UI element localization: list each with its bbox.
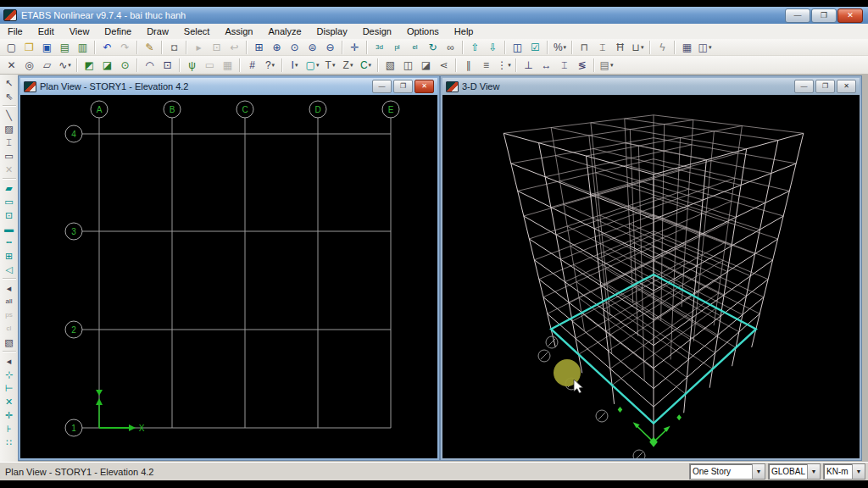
delete-button[interactable]: ✕ bbox=[3, 57, 20, 73]
measure-length-button[interactable]: ↔ bbox=[537, 57, 555, 73]
close-button[interactable]: ✕ bbox=[837, 8, 863, 23]
units-dropdown[interactable]: KN-m▼ bbox=[823, 463, 865, 480]
draw-rect-area-button[interactable]: ▭ bbox=[2, 195, 17, 208]
menu-item-assign[interactable]: Assign bbox=[217, 25, 260, 38]
draw-dimension-button[interactable]: # bbox=[243, 57, 261, 73]
prev-selection-button[interactable]: ◂ bbox=[2, 281, 17, 295]
joint-options-button[interactable]: ⋮▾ bbox=[495, 57, 513, 73]
view-elevation-button[interactable]: el bbox=[406, 39, 424, 55]
frame-insertion-button[interactable]: Ħ bbox=[611, 39, 629, 55]
pause-button[interactable]: ∥ bbox=[459, 57, 477, 73]
assign-display-b-button[interactable]: ◫▾ bbox=[696, 39, 714, 55]
object-info-button[interactable]: ?▾ bbox=[261, 57, 279, 73]
measure-elev-button[interactable]: ⊥ bbox=[520, 57, 537, 73]
draw-grid-button[interactable]: ◩ bbox=[81, 57, 98, 73]
material-button[interactable]: T▾ bbox=[321, 57, 339, 73]
run-step-button[interactable]: ⊡ bbox=[208, 39, 225, 55]
menu-item-select[interactable]: Select bbox=[176, 25, 218, 38]
minimize-button[interactable]: — bbox=[785, 8, 810, 23]
lines-button[interactable]: ≡ bbox=[477, 57, 495, 73]
draw-poly-button[interactable]: ◁ bbox=[2, 263, 17, 276]
coord-system-dropdown[interactable]: GLOBAL▼ bbox=[768, 463, 821, 480]
view3d-minimize-button[interactable]: — bbox=[794, 80, 814, 93]
snap-small-button[interactable]: ◂ bbox=[2, 354, 17, 368]
show-loads-button[interactable]: ϟ bbox=[654, 39, 671, 55]
select-all-button[interactable]: all bbox=[2, 295, 17, 308]
zoom-out-step-button[interactable]: ⊖ bbox=[321, 39, 339, 55]
select-ps-button[interactable]: ps bbox=[2, 308, 17, 322]
menu-item-view[interactable]: View bbox=[62, 25, 97, 38]
frame-more-button[interactable]: ⊔▾ bbox=[629, 39, 647, 55]
menu-item-options[interactable]: Options bbox=[399, 25, 447, 38]
draw-point-area-button[interactable]: ⊡ bbox=[2, 208, 17, 222]
menu-item-analyze[interactable]: Analyze bbox=[260, 25, 309, 38]
edit-model-button[interactable]: ✎ bbox=[141, 39, 159, 55]
menu-item-draw[interactable]: Draw bbox=[139, 25, 176, 38]
object-shrink-toggle-button[interactable]: ☑ bbox=[526, 39, 544, 55]
menu-item-edit[interactable]: Edit bbox=[31, 25, 62, 38]
clear-selection-button[interactable]: ▧ bbox=[2, 336, 17, 349]
chevron-down-icon[interactable]: ▼ bbox=[752, 464, 765, 479]
move-up-story-button[interactable]: ⇧ bbox=[466, 39, 484, 55]
reshape-button[interactable]: ⇖ bbox=[2, 90, 17, 103]
chevron-down-icon[interactable]: ▼ bbox=[852, 464, 865, 479]
mirror-button[interactable]: ▱ bbox=[38, 57, 56, 73]
area-section-button[interactable]: ▢▾ bbox=[303, 57, 321, 73]
replicate-button[interactable]: ◎ bbox=[20, 57, 38, 73]
view3d-close-button[interactable]: ✕ bbox=[837, 80, 856, 93]
snap-joints-button[interactable]: ⊹ bbox=[2, 368, 17, 381]
draw-window-button[interactable]: ▭ bbox=[201, 57, 219, 73]
run-analysis-button[interactable]: ▸ bbox=[190, 39, 208, 55]
measure-area-button[interactable]: ⌶ bbox=[555, 57, 573, 73]
building-view-button[interactable]: ▤▾ bbox=[598, 57, 615, 73]
redo-button[interactable]: ↷ bbox=[116, 39, 134, 55]
snap-midpoints-button[interactable]: ⊢ bbox=[2, 381, 17, 395]
draw-door-button[interactable]: ▦ bbox=[219, 57, 236, 73]
rotate-view-button[interactable]: ↻ bbox=[424, 39, 442, 55]
snap-intersections-button[interactable]: ✕ bbox=[2, 395, 17, 408]
run-back-button[interactable]: ↩ bbox=[225, 39, 243, 55]
plan-view-titlebar[interactable]: Plan View - STORY1 - Elevation 4.2 — ❐ ✕ bbox=[20, 78, 437, 95]
angle-tool-button[interactable]: ⋖ bbox=[435, 57, 453, 73]
load-combo-button[interactable]: C▾ bbox=[357, 57, 375, 73]
draw-secondary-beam-button[interactable]: ▭ bbox=[2, 149, 17, 163]
view-3d-titlebar[interactable]: 3-D View — ❐ ✕ bbox=[442, 78, 860, 95]
draw-wall-line-button[interactable]: ▬ bbox=[2, 222, 17, 236]
zoom-full-button[interactable]: ⊙ bbox=[286, 39, 303, 55]
undo-button[interactable]: ↶ bbox=[98, 39, 116, 55]
save-model-button[interactable]: ▣ bbox=[38, 39, 56, 55]
frame-top-offset-button[interactable]: ⊓ bbox=[576, 39, 593, 55]
select-pointer-button[interactable]: ↖ bbox=[2, 76, 17, 90]
print-button[interactable]: ▤ bbox=[56, 39, 74, 55]
zoom-window-button[interactable]: ⊞ bbox=[250, 39, 268, 55]
plan-view-canvas[interactable]: ABCDE4321X bbox=[20, 95, 437, 458]
move-down-story-button[interactable]: ⇩ bbox=[484, 39, 502, 55]
open-model-button[interactable]: ❐ bbox=[20, 39, 38, 55]
draw-arc-button[interactable]: ◠ bbox=[141, 57, 159, 73]
lock-model-button[interactable]: ◘ bbox=[165, 39, 183, 55]
menu-item-file[interactable]: File bbox=[0, 25, 31, 38]
menu-item-design[interactable]: Design bbox=[355, 25, 399, 38]
shade-button[interactable]: ◪ bbox=[417, 57, 435, 73]
maximize-button[interactable]: ❐ bbox=[811, 8, 837, 23]
draw-wall-dash-button[interactable]: ┅ bbox=[2, 236, 17, 249]
snap-grid-button[interactable]: ∷ bbox=[2, 435, 17, 449]
draw-windows-button[interactable]: ⊞ bbox=[2, 249, 17, 263]
frame-end-offset-button[interactable]: ⌶ bbox=[593, 39, 611, 55]
extrude-button[interactable]: ∿▾ bbox=[56, 57, 74, 73]
new-model-button[interactable]: ▢ bbox=[3, 39, 20, 55]
load-case-button[interactable]: Z▾ bbox=[339, 57, 357, 73]
draw-quick-frame-button[interactable]: ⌶ bbox=[2, 136, 17, 149]
paint-button[interactable]: ▧ bbox=[381, 57, 399, 73]
select-box-button[interactable]: ⊡ bbox=[159, 57, 176, 73]
view-plan-button[interactable]: pl bbox=[388, 39, 406, 55]
print-preview-button[interactable]: ▥ bbox=[74, 39, 92, 55]
perspective-toggle-button[interactable]: ∞ bbox=[442, 39, 459, 55]
zoom-in-step-button[interactable]: ⊕ bbox=[268, 39, 286, 55]
frame-section-button[interactable]: I▾ bbox=[286, 57, 303, 73]
story-mode-dropdown[interactable]: One Story▼ bbox=[689, 463, 765, 480]
select-cl-button[interactable]: cl bbox=[2, 322, 17, 336]
chevron-down-icon[interactable]: ▼ bbox=[807, 464, 820, 479]
snap-lines-button[interactable]: ⊦ bbox=[2, 422, 17, 435]
draw-brace-button[interactable]: ✕ bbox=[2, 163, 17, 176]
